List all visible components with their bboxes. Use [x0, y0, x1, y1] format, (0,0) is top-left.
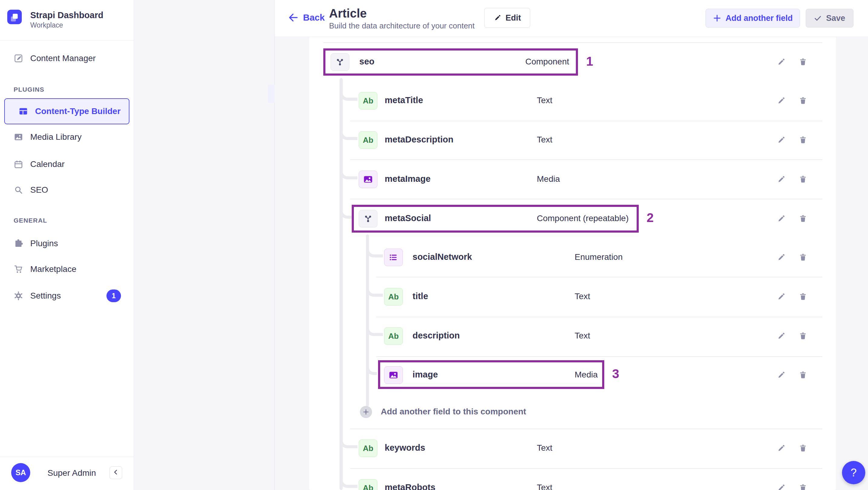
- calendar-icon: [13, 159, 23, 169]
- plugins-section-header: PLUGINS: [13, 86, 44, 93]
- add-field-to-component-label: Add another field to this component: [381, 407, 526, 417]
- help-button[interactable]: ?: [842, 461, 865, 484]
- add-another-field-button[interactable]: Add another field: [706, 9, 800, 28]
- field-name: metaDescription: [385, 134, 453, 145]
- trash-icon: [799, 253, 807, 262]
- field-name: metaImage: [385, 174, 431, 184]
- row-divider: [376, 356, 822, 357]
- trash-icon: [799, 214, 807, 223]
- delete-field-button[interactable]: [796, 251, 810, 264]
- field-type: Text: [537, 135, 552, 145]
- edit-field-button[interactable]: [775, 481, 788, 490]
- edit-field-button[interactable]: [775, 290, 788, 303]
- delete-field-button[interactable]: [796, 441, 810, 455]
- puzzle-icon: [13, 239, 23, 248]
- sidebar-item-plugins[interactable]: Plugins: [0, 233, 134, 254]
- text-field-icon: Ab: [359, 92, 377, 110]
- sidebar-divider: [0, 40, 134, 40]
- delete-field-button[interactable]: [796, 329, 810, 343]
- delete-field-button[interactable]: [796, 94, 810, 108]
- layout-icon: [19, 106, 28, 116]
- edit-field-button[interactable]: [775, 441, 788, 455]
- collapse-sidebar-button[interactable]: [110, 466, 122, 479]
- field-type: Text: [537, 483, 552, 490]
- cart-icon: [13, 264, 23, 274]
- tree-elbow: [340, 164, 358, 179]
- page-subtitle: Build the data architecture of your cont…: [329, 21, 474, 31]
- sidebar-item-label: SEO: [30, 185, 48, 195]
- sidebar-item-settings[interactable]: Settings1: [0, 285, 134, 306]
- text-field-icon: Ab: [359, 439, 377, 457]
- sidebar-item-label: Plugins: [30, 239, 58, 248]
- search-icon: [13, 185, 23, 195]
- pencil-icon: [777, 175, 786, 184]
- trash-icon: [799, 332, 807, 341]
- field-name: title: [412, 291, 428, 301]
- delete-field-button[interactable]: [796, 133, 810, 147]
- sidebar-item-marketplace[interactable]: Marketplace: [0, 258, 134, 280]
- edit-field-button[interactable]: [775, 94, 788, 108]
- add-field-to-component-button[interactable]: [360, 406, 372, 418]
- delete-field-button[interactable]: [796, 173, 810, 186]
- annotation-number-3: 3: [612, 367, 619, 381]
- trash-icon: [799, 135, 807, 145]
- edit-field-button[interactable]: [775, 251, 788, 264]
- row-divider: [350, 159, 822, 160]
- sidebar-item-media-library[interactable]: Media Library: [0, 126, 134, 148]
- field-type: Text: [575, 292, 590, 301]
- brand-title: Strapi Dashboard: [30, 10, 103, 20]
- annotation-box-3: [378, 360, 604, 389]
- pencil-icon: [494, 14, 501, 22]
- back-label: Back: [303, 12, 325, 23]
- plus-icon: [713, 14, 721, 22]
- sidebar-item-seo[interactable]: SEO: [0, 179, 134, 201]
- page-title: Article: [329, 7, 367, 20]
- back-arrow-icon: [288, 12, 299, 23]
- sidebar-item-content-manager[interactable]: Content Manager: [0, 48, 134, 69]
- edit-button[interactable]: Edit: [484, 8, 530, 28]
- save-button[interactable]: Save: [806, 9, 854, 28]
- tree-line-level1: [340, 78, 343, 490]
- avatar[interactable]: SA: [11, 463, 30, 482]
- field-type: Media: [537, 174, 560, 184]
- annotation-box-2: [352, 205, 639, 233]
- edit-field-button[interactable]: [775, 329, 788, 343]
- edit-field-button[interactable]: [775, 55, 788, 69]
- trash-icon: [799, 175, 807, 184]
- delete-field-button[interactable]: [796, 481, 810, 490]
- sidebar-item-calendar[interactable]: Calendar: [0, 154, 134, 175]
- delete-field-button[interactable]: [796, 290, 810, 303]
- edit-label: Edit: [506, 13, 521, 23]
- tree-elbow: [366, 282, 383, 297]
- pencil-icon: [777, 370, 786, 379]
- delete-field-button[interactable]: [796, 212, 810, 225]
- tree-elbow: [366, 242, 383, 257]
- trash-icon: [799, 96, 807, 105]
- gear-icon: [13, 291, 23, 301]
- trash-icon: [799, 483, 807, 490]
- edit-field-button[interactable]: [775, 368, 788, 382]
- strapi-logo-icon: [7, 10, 22, 25]
- add-field-label: Add another field: [725, 13, 793, 23]
- sidebar-item-label: Content Manager: [30, 54, 96, 63]
- sidebar-item-label: Media Library: [30, 132, 82, 142]
- sidebar-item-content-type-builder[interactable]: Content-Type Builder: [4, 98, 129, 124]
- back-link[interactable]: Back: [288, 12, 325, 23]
- delete-field-button[interactable]: [796, 368, 810, 382]
- delete-field-button[interactable]: [796, 55, 810, 69]
- text-field-icon: Ab: [384, 288, 403, 306]
- annotation-box-1: [323, 49, 578, 75]
- row-divider: [350, 121, 822, 121]
- edit-field-button[interactable]: [775, 212, 788, 225]
- chevron-left-icon: [112, 468, 120, 477]
- sidebar-item-label: Content-Type Builder: [35, 106, 121, 116]
- main-sidebar: Strapi Dashboard Workplace Content Manag…: [0, 0, 134, 490]
- pencil-icon: [777, 135, 786, 145]
- tree-elbow: [340, 433, 358, 448]
- edit-field-button[interactable]: [775, 173, 788, 186]
- sidebar-item-label: Settings: [30, 291, 61, 301]
- pencil-icon: [777, 332, 786, 341]
- save-label: Save: [826, 13, 845, 23]
- pencil-icon: [777, 292, 786, 301]
- edit-field-button[interactable]: [775, 133, 788, 147]
